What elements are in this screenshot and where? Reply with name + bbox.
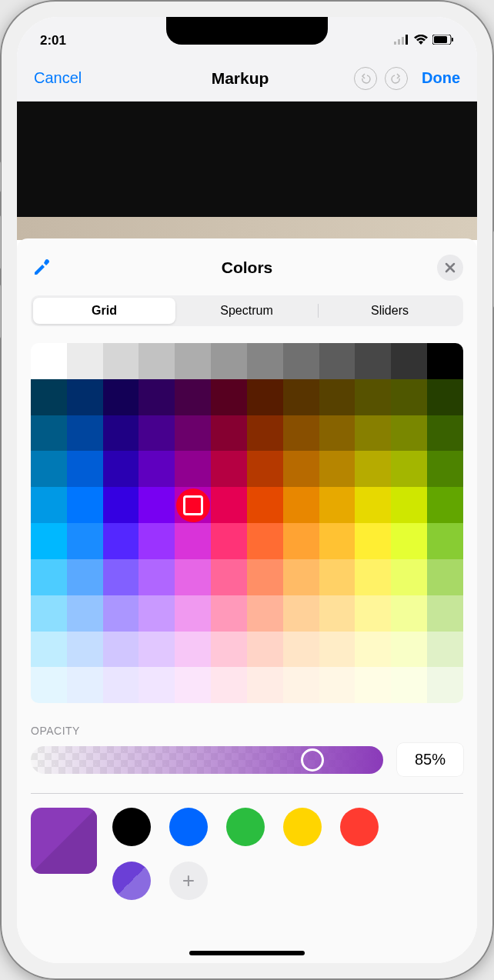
color-cell[interactable] (391, 379, 427, 415)
color-cell[interactable] (67, 487, 103, 523)
color-cell[interactable] (391, 559, 427, 595)
color-cell[interactable] (283, 559, 319, 595)
color-cell[interactable] (211, 487, 247, 523)
home-indicator[interactable] (189, 951, 305, 955)
color-cell[interactable] (31, 559, 67, 595)
color-cell[interactable] (175, 632, 211, 668)
color-cell[interactable] (427, 523, 463, 559)
color-cell[interactable] (391, 487, 427, 523)
color-cell[interactable] (247, 487, 283, 523)
redo-button[interactable] (385, 67, 408, 90)
color-cell[interactable] (355, 632, 391, 668)
color-cell[interactable] (103, 379, 139, 415)
color-cell[interactable] (283, 415, 319, 452)
color-cell[interactable] (247, 343, 283, 379)
color-cell[interactable] (139, 343, 175, 379)
color-cell[interactable] (319, 451, 355, 487)
color-cell[interactable] (139, 632, 175, 668)
color-cell[interactable] (283, 523, 319, 559)
color-cell[interactable] (427, 632, 463, 668)
color-cell[interactable] (355, 559, 391, 595)
color-cell[interactable] (391, 667, 427, 703)
color-cell[interactable] (283, 343, 319, 379)
preset-swatch[interactable] (340, 808, 379, 846)
color-cell[interactable] (319, 632, 355, 668)
color-cell[interactable] (103, 523, 139, 559)
color-cell[interactable] (211, 523, 247, 559)
color-cell[interactable] (391, 595, 427, 632)
color-cell[interactable] (319, 487, 355, 523)
color-cell[interactable] (355, 343, 391, 379)
color-cell[interactable] (391, 523, 427, 559)
color-cell[interactable] (427, 595, 463, 632)
color-cell[interactable] (211, 451, 247, 487)
color-cell[interactable] (139, 667, 175, 703)
color-cell[interactable] (139, 559, 175, 595)
color-cell[interactable] (175, 559, 211, 595)
color-cell[interactable] (139, 595, 175, 632)
color-cell[interactable] (283, 451, 319, 487)
color-cell[interactable] (103, 415, 139, 452)
color-cell[interactable] (211, 632, 247, 668)
color-cell[interactable] (247, 451, 283, 487)
color-cell[interactable] (211, 559, 247, 595)
color-cell[interactable] (103, 632, 139, 668)
color-cell[interactable] (139, 523, 175, 559)
color-cell[interactable] (355, 667, 391, 703)
color-cell[interactable] (211, 379, 247, 415)
color-cell[interactable] (247, 415, 283, 452)
color-cell[interactable] (247, 559, 283, 595)
color-cell[interactable] (31, 667, 67, 703)
color-cell[interactable] (139, 415, 175, 452)
preset-swatch[interactable] (226, 808, 265, 846)
color-cell[interactable] (427, 667, 463, 703)
color-cell[interactable] (211, 415, 247, 452)
color-cell[interactable] (31, 632, 67, 668)
color-cell[interactable] (427, 451, 463, 487)
preset-swatch[interactable] (283, 808, 322, 846)
color-cell[interactable] (211, 667, 247, 703)
close-button[interactable] (437, 255, 463, 281)
color-cell[interactable] (355, 523, 391, 559)
color-cell[interactable] (67, 451, 103, 487)
color-cell[interactable] (247, 595, 283, 632)
color-cell[interactable] (139, 487, 175, 523)
color-cell[interactable] (283, 632, 319, 668)
color-cell[interactable] (283, 487, 319, 523)
tab-sliders[interactable]: Sliders (319, 298, 461, 324)
color-cell[interactable] (103, 343, 139, 379)
color-cell[interactable] (247, 523, 283, 559)
color-cell[interactable] (247, 632, 283, 668)
color-cell[interactable] (175, 595, 211, 632)
color-cell[interactable] (31, 523, 67, 559)
add-preset-button[interactable]: + (169, 862, 208, 900)
preset-swatch[interactable] (112, 862, 151, 900)
color-cell[interactable] (139, 379, 175, 415)
color-grid[interactable] (31, 343, 463, 703)
color-cell[interactable] (175, 523, 211, 559)
preset-swatch[interactable] (169, 808, 208, 846)
color-cell[interactable] (103, 451, 139, 487)
color-cell[interactable] (355, 487, 391, 523)
color-cell[interactable] (427, 379, 463, 415)
tab-spectrum[interactable]: Spectrum (175, 298, 318, 324)
opacity-thumb[interactable] (301, 748, 324, 772)
color-cell[interactable] (103, 559, 139, 595)
color-cell[interactable] (103, 667, 139, 703)
color-cell[interactable] (427, 343, 463, 379)
color-cell[interactable] (355, 451, 391, 487)
color-cell[interactable] (391, 451, 427, 487)
color-cell[interactable] (67, 415, 103, 452)
color-cell[interactable] (175, 451, 211, 487)
color-cell[interactable] (355, 595, 391, 632)
color-cell[interactable] (67, 595, 103, 632)
done-button[interactable]: Done (422, 69, 460, 87)
cancel-button[interactable]: Cancel (34, 69, 82, 87)
color-cell[interactable] (31, 343, 67, 379)
color-cell[interactable] (427, 559, 463, 595)
color-cell[interactable] (175, 343, 211, 379)
undo-button[interactable] (354, 67, 377, 90)
color-cell[interactable] (67, 632, 103, 668)
color-cell[interactable] (103, 487, 139, 523)
preset-swatch[interactable] (112, 808, 151, 846)
